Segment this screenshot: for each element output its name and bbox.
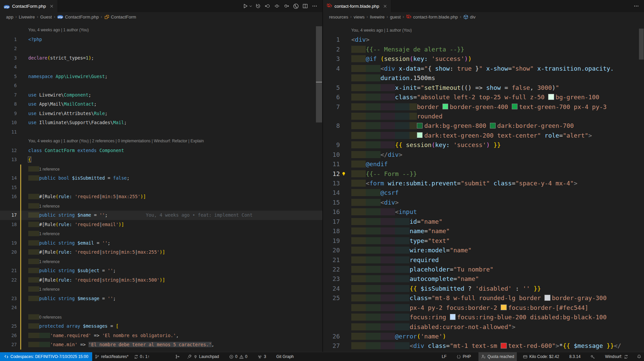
code-line[interactable]: 8 dark:bg-green-800 dark:border-green-70… [323,121,644,131]
code-line[interactable]: 2 {{-- Mensaje de alerta --}} [323,45,644,54]
scrollbar-thumb[interactable] [316,26,322,122]
code-line[interactable]: 20 wire:model="name" [323,246,644,255]
code-line[interactable]: 27 'name.min' => 'El nombre debe tener a… [0,340,322,350]
line-number[interactable]: 6 [0,81,17,91]
git-graph-run-button[interactable] [291,2,300,10]
codelens-row[interactable]: 1 reference [0,202,322,211]
code-line[interactable]: 4 [0,63,322,72]
line-number[interactable]: 12 [323,169,340,179]
status-item-problems[interactable]: 00 [226,352,250,361]
breadcrumb-item[interactable]: ContactForm [104,14,136,20]
line-number[interactable]: 14 [323,188,340,197]
status-item-language-mode[interactable]: PHP [454,352,474,361]
code-line[interactable]: 22 #[Rule(rule: 'required|string|min:5|m… [0,276,322,285]
code-line[interactable]: 11 [0,128,322,137]
code-line[interactable]: 19 public string $email = ''; [0,239,322,248]
status-item-remote-indicator[interactable]: Codespaces: DEFINITIVO-7/10/2025 15:00 [0,352,92,361]
line-number[interactable]: 16 [0,192,17,202]
line-number[interactable]: 1 [323,35,340,44]
code-line[interactable]: 24 {{ $isSubmitted ? 'disabled' : '' }} [323,284,644,293]
codelens-row[interactable]: 1 reference [0,229,322,239]
status-item-quota-status[interactable]: Quota reached [478,352,517,361]
code-line[interactable]: 17 id="name" [323,217,644,226]
scrollbar-thumb[interactable] [639,29,644,60]
status-item-ports[interactable]: 3 [255,352,269,361]
line-number[interactable]: 17 [323,217,340,226]
line-number[interactable]: 27 [323,341,340,351]
code-line[interactable]: dark:text-green-200 text-center" role="a… [323,131,644,140]
code-line[interactable]: 5namespace App\Livewire\Guest; [0,72,322,81]
line-number[interactable] [323,26,340,35]
status-item-git-merge[interactable] [173,352,182,361]
line-number[interactable]: 26 [0,331,17,340]
line-number[interactable]: 22 [0,276,17,285]
code-line[interactable]: 1<div> [323,35,644,44]
line-number[interactable]: 20 [0,248,17,257]
code-editor-left[interactable]: You, 4 weeks ago | 1 author (You)1<?php2… [0,22,322,352]
line-number[interactable] [0,202,17,211]
split-editor-button[interactable] [301,2,310,10]
line-number[interactable] [323,112,340,121]
line-number[interactable]: 15 [323,198,340,207]
line-number[interactable] [0,229,17,239]
code-line[interactable]: 6 [0,81,322,91]
line-number[interactable]: 17 [0,211,17,220]
line-number[interactable] [323,73,340,83]
line-number[interactable]: 10 [0,118,17,128]
code-line[interactable]: 3 @if (session(key: 'success')) [323,54,644,64]
line-number[interactable]: 8 [323,121,340,131]
line-number[interactable] [0,285,17,294]
line-number[interactable]: 25 [0,322,17,331]
breadcrumb-item[interactable]: Guest [40,14,52,20]
line-number[interactable]: 14 [0,174,17,183]
change-prev-button[interactable] [273,2,281,10]
line-number[interactable]: 7 [323,102,340,112]
line-number[interactable]: 11 [323,159,340,169]
code-line[interactable]: 21 required [323,255,644,265]
code-line[interactable]: 16 <input [323,207,644,217]
code-line[interactable]: 26 @error('name') [323,332,644,341]
more-button[interactable] [632,2,641,10]
line-number[interactable] [0,165,17,174]
code-line[interactable]: 11 @endif [323,159,644,169]
status-item-key-status[interactable] [588,352,598,361]
line-number[interactable]: 3 [323,54,340,64]
code-line[interactable]: 15 [0,183,322,192]
code-line[interactable]: disabled:cursor-not-allowed"> [323,322,644,332]
status-item-php-version[interactable]: 8.3.14 [567,352,583,361]
tab-contact-form-blade[interactable]: contact-form.blade.php [323,0,391,12]
code-line[interactable]: 27 <div class="mt-1 text-sm text-red-600… [323,341,644,351]
status-item-git-sync[interactable]: 0↓ 1↑ [131,352,152,361]
code-line[interactable]: 16 #[Rule(rule: 'required|min:5|max:255'… [0,192,322,202]
code-line[interactable]: 14 @csrf [323,188,644,197]
code-line[interactable]: 24 [0,303,322,313]
code-line[interactable]: focus:ring focus:ring-blue-200 disabled:… [323,313,644,322]
line-number[interactable]: 5 [323,83,340,93]
line-number[interactable] [323,303,340,313]
line-number[interactable]: 23 [0,294,17,303]
line-number[interactable]: 15 [0,183,17,192]
code-line[interactable]: 25 protected array $messages = [ [0,322,322,331]
line-number[interactable] [0,257,17,266]
line-number[interactable]: 19 [323,236,340,246]
line-number[interactable] [323,313,340,322]
codelens-row[interactable]: 0 references [0,313,322,322]
line-number[interactable]: 24 [0,303,17,313]
line-number[interactable]: 4 [323,64,340,73]
scrollbar-left[interactable] [316,22,322,352]
line-number[interactable]: 20 [323,246,340,255]
nav-back-button[interactable] [263,2,272,10]
status-item-kilo-code[interactable]: Kilo Code: $2.42 [520,352,562,361]
code-line[interactable]: 12class ContactForm extends Component [0,146,322,155]
close-icon[interactable] [49,4,54,8]
line-number[interactable]: 6 [323,93,340,102]
lightbulb-icon[interactable] [341,171,346,176]
code-line[interactable]: 3declare(strict_types=1); [0,53,322,63]
codelens-row[interactable]: 1 reference [0,257,322,266]
line-number[interactable]: 2 [323,45,340,54]
line-number[interactable]: 13 [323,179,340,188]
code-line[interactable]: 8use App\Mail\MailContact; [0,100,322,109]
breadcrumb-item[interactable]: phpContactForm.php [57,14,99,20]
breadcrumb-item[interactable]: resources [329,14,348,20]
line-number[interactable]: 2 [0,44,17,53]
